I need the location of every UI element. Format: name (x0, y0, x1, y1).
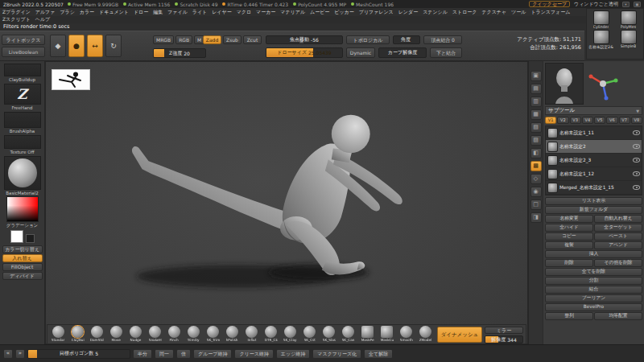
brush-cell[interactable]: SK_Trim (204, 326, 222, 342)
subtool-button[interactable]: 新規フォルダ (545, 206, 642, 214)
menu-item[interactable]: ストローク (450, 9, 480, 16)
bottom-bar-button[interactable]: 全て解除 (364, 349, 393, 359)
brush-cell[interactable]: Pinch (165, 326, 184, 342)
viewport-shelf-icon[interactable]: ◨ (530, 212, 542, 223)
minimize-icon[interactable]: ▾ (622, 2, 630, 7)
menu-item[interactable]: マーカー (254, 9, 278, 16)
brush-thumbnail[interactable] (381, 326, 393, 338)
quick-save-button[interactable]: クイックセーブ (529, 1, 570, 7)
subtool-button[interactable]: アペンド (594, 241, 642, 249)
visibility-preset-button[interactable]: V5 (594, 117, 605, 124)
subtool-button[interactable]: 全てを削除 (545, 268, 642, 276)
target-polycount-slider[interactable]: 目標ポリゴン数 5 (27, 349, 130, 359)
menu-item[interactable]: マテリアル (278, 9, 308, 16)
z-intensity-slider[interactable]: Z強度 20 (153, 48, 206, 58)
tool-thumbnail[interactable] (621, 10, 637, 25)
live-boolean-button[interactable]: LiveBoolean (2, 47, 45, 57)
subtool-list-item[interactable]: 名称未設定2 (546, 140, 642, 154)
menu-item[interactable]: ステンシル (420, 9, 450, 16)
brush-thumbnail[interactable] (72, 326, 84, 338)
mrgb-button[interactable]: MRGB (153, 35, 174, 44)
dock-left-arrow[interactable]: « (3, 349, 13, 359)
window-icon[interactable]: ▣ (634, 2, 641, 7)
subtool-button[interactable]: 削除 (545, 259, 593, 267)
viewport-shelf-icon[interactable]: ▦ (530, 109, 542, 120)
bottom-bar-button[interactable]: エッジ維持 (276, 349, 310, 359)
tool-thumbnail[interactable] (593, 30, 609, 44)
brush-thumbnail[interactable] (361, 326, 374, 338)
secondary-color-swatch[interactable] (26, 234, 35, 243)
color-picker[interactable] (6, 196, 39, 222)
alpha-thumbnail[interactable] (4, 112, 41, 128)
menu-item[interactable]: ファイル (165, 9, 190, 16)
material-thumbnail[interactable] (4, 156, 41, 190)
mode-icon-button[interactable]: ◆ (50, 35, 66, 57)
bottom-bar-button[interactable]: クリース維持 (234, 349, 273, 359)
brush-thumbnail[interactable] (188, 326, 200, 338)
brush-cell[interactable]: SK_Clay (281, 326, 299, 342)
main-color-swatch[interactable] (10, 230, 23, 243)
tool-thumbnail[interactable] (593, 10, 609, 25)
visibility-eye-icon[interactable] (633, 130, 640, 135)
menu-item[interactable]: ヘルプ (33, 16, 52, 23)
viewport-shelf-icon[interactable]: ▩ (530, 161, 542, 171)
subtool-button[interactable]: 自動入れ替え (594, 215, 642, 223)
viewport-shelf-icon[interactable]: ▥ (530, 97, 542, 107)
subtool-button[interactable]: リスト表示 (545, 197, 642, 205)
menu-item[interactable]: ムービー (308, 9, 332, 16)
viewport-shelf-icon[interactable]: ◇ (530, 174, 542, 184)
focal-shift-slider[interactable]: 焦点移動 -56 (266, 35, 343, 44)
subtool-button[interactable]: 複製 (545, 241, 593, 249)
brush-cell[interactable]: Nudge (126, 326, 145, 342)
dynamesh-button[interactable]: ダイナメッシュ (437, 327, 482, 343)
menu-item[interactable]: レイヤー (209, 9, 233, 16)
bottom-bar-button[interactable]: 同一 (155, 349, 174, 359)
subtool-button[interactable]: 分割 (545, 277, 642, 285)
axis-gizmo[interactable] (585, 63, 621, 105)
window-transparency-toggle[interactable]: ウィンドウごと透明 (574, 1, 618, 8)
brush-cell[interactable]: ZModel (416, 326, 435, 342)
mode-icon-button[interactable]: ↔ (87, 35, 103, 57)
subtool-button[interactable]: 均等配置 (594, 312, 642, 320)
bottom-bar-button[interactable]: 半分 (133, 349, 152, 359)
subtool-list-item[interactable]: Merged_名称未設定1_15 (546, 181, 642, 195)
bottom-bar-button[interactable]: マスクフリーズ化 (312, 349, 361, 359)
brush-thumbnail[interactable] (284, 326, 296, 338)
tool-thumbnail-cell[interactable]: 名称未設定2& (588, 30, 614, 49)
menu-item[interactable]: ツール (509, 9, 528, 16)
viewport-shelf-icon[interactable]: ◉ (530, 187, 542, 197)
visibility-preset-button[interactable]: V2 (557, 117, 568, 124)
dynamic-button[interactable]: Dynamic (346, 47, 375, 58)
menu-item[interactable]: カラー (77, 9, 97, 16)
brush-cell[interactable]: TrimDy (184, 326, 203, 342)
menu-item[interactable]: ピッカー (332, 9, 356, 16)
visibility-eye-icon[interactable] (633, 185, 640, 190)
topological-button[interactable]: トポロジカル (346, 35, 390, 44)
menu-item[interactable]: マクロ (234, 9, 254, 16)
viewport-shelf-icon[interactable]: ▧ (530, 122, 542, 133)
visibility-preset-button[interactable]: V7 (619, 117, 630, 124)
merge-down-button[interactable]: 下と結合 (430, 47, 462, 58)
sidebar-button[interactable]: カラー切り替え (2, 245, 43, 253)
visibility-preset-button[interactable]: V1 (545, 117, 556, 124)
subtool-button[interactable]: 全ターゲット (594, 224, 642, 232)
dock-right-arrow[interactable]: » (15, 349, 25, 359)
subtool-list-item[interactable]: 名称未設定2_3 (546, 154, 642, 167)
viewport-shelf-icon[interactable]: □ (530, 200, 542, 210)
subtool-button[interactable]: 挿入 (545, 250, 642, 258)
brush-thumbnail[interactable] (400, 326, 412, 338)
zcut-button[interactable]: Zcut (243, 35, 262, 44)
menu-item[interactable]: ブラシ (57, 9, 76, 16)
visibility-preset-button[interactable]: V6 (606, 117, 617, 124)
angle-slider[interactable]: 角度 (393, 35, 420, 44)
brush-cell[interactable]: Smooth (397, 326, 415, 342)
texture-thumbnail[interactable] (4, 135, 41, 149)
brush-cell[interactable]: DTR_Ck (262, 326, 280, 342)
menu-item[interactable]: Zスクリプト (0, 16, 33, 23)
mode-icon-button[interactable]: ● (68, 35, 85, 57)
visibility-preset-button[interactable]: V3 (570, 117, 581, 124)
tool-thumbnail-cell[interactable]: PolyMes (615, 10, 642, 29)
viewport-shelf-icon[interactable]: ▨ (530, 135, 542, 146)
brush-cell[interactable]: DamStd (88, 326, 106, 342)
pose-reference-thumbnail[interactable] (52, 70, 89, 89)
